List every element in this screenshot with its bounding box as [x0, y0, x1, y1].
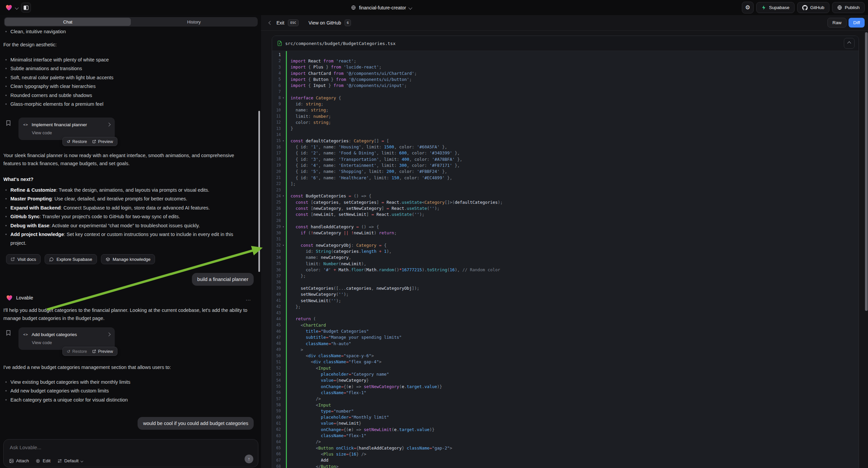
- version-card-add-budget-categories[interactable]: <> Add budget categories View code: [19, 327, 115, 350]
- supabase-icon: [761, 5, 766, 10]
- line-number: 10: [272, 108, 281, 113]
- list-item: Soft, neutral color palette with light b…: [3, 73, 250, 82]
- code-line: 39 setCategories([...categories, newCate…: [272, 285, 859, 291]
- design-intro: For the design aesthetic:: [3, 41, 248, 49]
- code-line: 22];: [272, 181, 859, 187]
- preview-button[interactable]: Preview: [92, 139, 113, 144]
- line-number: 6: [272, 83, 281, 88]
- attach-button[interactable]: Attach: [9, 458, 29, 463]
- chevron-right-icon: [107, 122, 111, 126]
- list-item: Add project knowledge: Set key context o…: [3, 230, 250, 248]
- view-code-link[interactable]: View code: [32, 130, 110, 135]
- view-code-link[interactable]: View code: [32, 340, 110, 345]
- line-number: 41: [272, 298, 281, 303]
- code-line: 67 Add: [272, 457, 859, 463]
- chevron-down-icon[interactable]: [15, 6, 19, 9]
- supabase-button[interactable]: Supabase: [756, 2, 795, 13]
- fold-icon[interactable]: ▾: [281, 96, 286, 99]
- line-number: 37: [272, 273, 281, 278]
- code-line: 35 limit: Number(newLimit),: [272, 261, 859, 267]
- restore-button[interactable]: ↺ Restore: [67, 139, 87, 144]
- exit-button[interactable]: Exit: [276, 20, 284, 26]
- line-number: 48: [272, 341, 281, 346]
- explore-supabase-button[interactable]: Explore Supabase: [44, 254, 97, 264]
- window-scrollbar[interactable]: [865, 32, 868, 311]
- publish-button[interactable]: Publish: [832, 2, 865, 13]
- line-number: 27: [272, 212, 281, 217]
- line-number: 28: [272, 218, 281, 223]
- restore-button[interactable]: ↺ Restore: [67, 349, 87, 354]
- tab-chat[interactable]: Chat: [5, 18, 131, 26]
- manage-knowledge-button[interactable]: Manage knowledge: [101, 254, 155, 264]
- code-line: 13}: [272, 125, 859, 131]
- code-line: 61 value={newLimit}: [272, 420, 859, 427]
- code-line: 8▾interface Category {: [272, 95, 859, 101]
- model-selector[interactable]: Default: [57, 458, 83, 463]
- line-number: 36: [272, 268, 281, 272]
- visit-docs-button[interactable]: Visit docs: [6, 254, 40, 264]
- toggle-sidebar-button[interactable]: [21, 3, 31, 12]
- line-number: 18: [272, 157, 281, 162]
- chat-panel: Chat History Clean, intuitive navigation…: [0, 15, 261, 468]
- send-button[interactable]: ↑: [245, 455, 253, 463]
- code-line: 33 id: String(categories.length + 1),: [272, 248, 859, 255]
- github-button[interactable]: GitHub: [797, 2, 829, 13]
- chevron-left-icon[interactable]: [269, 21, 272, 25]
- collapse-file-button[interactable]: [844, 38, 855, 49]
- more-options-button[interactable]: ...: [246, 296, 251, 301]
- raw-toggle-button[interactable]: Raw: [828, 18, 846, 28]
- preview-button[interactable]: Preview: [92, 349, 113, 354]
- tab-history[interactable]: History: [131, 18, 257, 26]
- edit-mode-button[interactable]: Edit: [36, 458, 50, 463]
- list-item: Clean typography with clear hierarchies: [3, 82, 250, 91]
- bookmark-icon[interactable]: [6, 120, 11, 126]
- code-line: 58 <Input: [272, 402, 859, 408]
- line-number: 16: [272, 145, 281, 149]
- line-number: 64: [272, 439, 281, 444]
- lovable-logo-icon[interactable]: [5, 4, 12, 11]
- code-line: 1: [272, 52, 859, 58]
- settings-button[interactable]: ⚙: [742, 2, 753, 13]
- code-line: 6import { Input } from '@/components/ui/…: [272, 82, 859, 88]
- chat-input[interactable]: [9, 444, 242, 450]
- g-kbd-badge: G: [345, 20, 351, 26]
- code-icon: <>: [23, 122, 28, 127]
- version-card-implement-financial-planner[interactable]: <> Implement financial planner View code: [19, 117, 115, 140]
- fold-icon[interactable]: ▾: [281, 244, 286, 247]
- code-line: 26 const [newCategory, setNewCategory] =…: [272, 205, 859, 211]
- line-number: 22: [272, 181, 281, 186]
- fold-icon[interactable]: ▾: [281, 139, 286, 142]
- code-line: 19 { id: '4', name: 'Entertainment', lim…: [272, 162, 859, 168]
- line-number: 14: [272, 132, 281, 137]
- code-line: 11 limit: number;: [272, 113, 859, 119]
- design-bullet-list: Minimalist interface with plenty of whit…: [3, 55, 250, 109]
- chat-scrollbar[interactable]: [258, 111, 260, 272]
- fold-icon[interactable]: ▾: [281, 195, 286, 197]
- code-line: 12 color: string;: [272, 119, 859, 125]
- line-number: 56: [272, 390, 281, 395]
- assistant-paragraph: I'll help you add budget categories to t…: [3, 306, 253, 322]
- diff-toggle-button[interactable]: Diff: [848, 18, 865, 28]
- code-line: 60 placeholder="Monthly limit": [272, 414, 859, 420]
- code-line: 24▾const BudgetCategories = () => {: [272, 193, 859, 199]
- line-number: 45: [272, 323, 281, 327]
- line-number: 15: [272, 138, 281, 143]
- bookmark-icon[interactable]: [6, 330, 11, 336]
- code-line: 15▾const defaultCategories: Category[] =…: [272, 138, 859, 144]
- code-line: 16 { id: '1', name: 'Housing', limit: 15…: [272, 144, 859, 150]
- file-header[interactable]: src/components/budget/BudgetCategories.t…: [272, 36, 859, 51]
- view-on-github-button[interactable]: View on GitHub: [309, 20, 341, 26]
- code-line: 40 setNewCategory('');: [272, 291, 859, 297]
- project-switcher[interactable]: financial-future-creator: [351, 0, 412, 15]
- fold-icon[interactable]: ▾: [281, 225, 286, 228]
- image-icon: [9, 459, 14, 463]
- line-number: 58: [272, 403, 281, 407]
- code-line: 18 { id: '3', name: 'Transportation', li…: [272, 156, 859, 162]
- target-icon: [36, 459, 40, 463]
- code-line: 44 return (: [272, 316, 859, 322]
- line-number: 50: [272, 353, 281, 358]
- code-line: 14: [272, 131, 859, 138]
- line-number: 25: [272, 200, 281, 204]
- code-line: 30 if (!newCategory || !newLimit) return…: [272, 230, 859, 236]
- code-line: 10 name: string;: [272, 107, 859, 113]
